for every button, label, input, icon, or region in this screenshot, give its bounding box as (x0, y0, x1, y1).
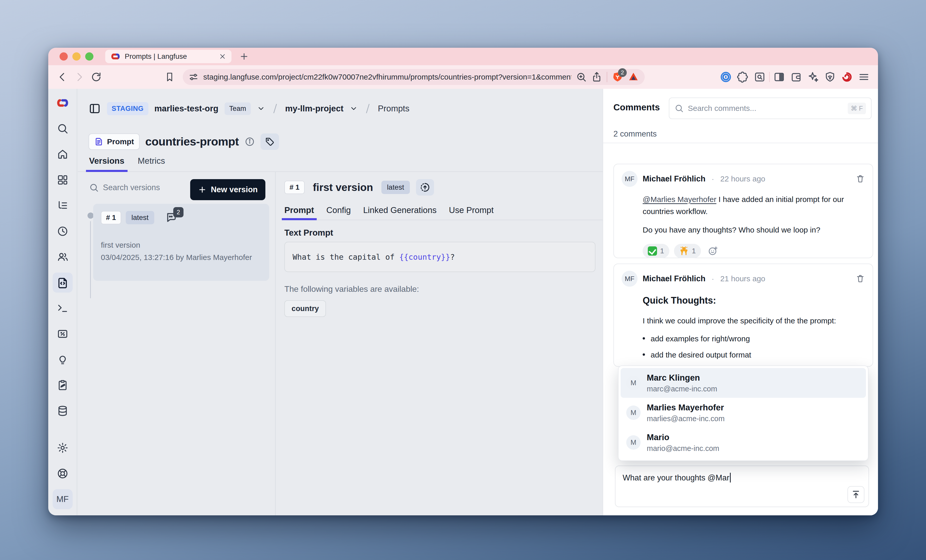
bookmark-icon[interactable] (162, 70, 177, 85)
extension-swirl-icon[interactable] (840, 70, 854, 85)
promote-version-button[interactable] (416, 179, 434, 195)
new-tab-button[interactable] (239, 51, 249, 61)
comments-count: 2 comments (613, 129, 657, 139)
search-comments-input[interactable] (688, 104, 844, 113)
browser-toolbar: staging.langfuse.com/project/cm22fk0w700… (48, 65, 878, 89)
mention-option[interactable]: M Mario mario@acme-inc.com (620, 428, 866, 457)
close-window-button[interactable] (59, 52, 68, 61)
delete-comment-icon[interactable] (856, 174, 865, 183)
tab-versions[interactable]: Versions (89, 156, 124, 171)
comments-bubble-icon[interactable]: 2 (165, 211, 178, 224)
site-settings-icon[interactable] (188, 72, 199, 82)
sidebar-item-support[interactable] (53, 463, 73, 484)
new-version-button[interactable]: New version (190, 179, 265, 200)
sidebar-item-search[interactable] (53, 118, 73, 139)
mention-link[interactable]: @Marlies Mayerhofer (643, 195, 716, 204)
dot-separator: · (712, 174, 714, 183)
back-button[interactable] (55, 70, 70, 85)
vpn-shield-icon[interactable] (823, 70, 837, 85)
reaction-raising-hands[interactable]: 1 (674, 244, 701, 258)
sidebar-item-prompts[interactable] (53, 272, 73, 292)
wallet-icon[interactable] (789, 70, 803, 85)
comment-input[interactable]: What are your thoughts @Mar (615, 466, 869, 507)
sidebar-item-annotation[interactable] (53, 375, 73, 395)
sidebar-item-scores[interactable] (53, 324, 73, 344)
version-list-item[interactable]: # 1 latest 2 first version 03/04/2025, 1… (93, 204, 269, 281)
search-comments-field[interactable]: ⌘ F (669, 97, 872, 119)
share-icon[interactable] (591, 72, 602, 82)
info-icon[interactable] (245, 136, 255, 147)
breadcrumb-project[interactable]: my-llm-project (285, 104, 343, 114)
tab-metrics[interactable]: Metrics (138, 156, 165, 171)
sidebar-item-evals[interactable] (53, 350, 73, 369)
version-detail-header: # 1 first version latest (284, 179, 434, 195)
white-check-mark-icon (648, 247, 657, 256)
panel-toggle-icon[interactable] (89, 102, 101, 115)
search-shortcut-kbd: ⌘ F (848, 103, 866, 114)
mention-option[interactable]: M Marlies Mayerhofer marlies@acme-inc.co… (620, 398, 866, 428)
macos-traffic-lights (59, 52, 94, 61)
comment-text: Do you have any thoughts? Who should we … (643, 224, 861, 236)
version-number-badge: # 1 (284, 181, 305, 194)
search-icon (675, 104, 684, 113)
comment-card: MF Michael Fröhlich · 21 hours ago Quick… (613, 263, 873, 367)
extensions-icon[interactable] (735, 70, 750, 85)
chevron-down-icon[interactable] (350, 104, 358, 113)
tab-use-prompt[interactable]: Use Prompt (449, 205, 493, 220)
sidebar-item-users[interactable] (53, 247, 73, 267)
sidebar-item-dashboards[interactable] (53, 170, 73, 190)
brave-shield-icon[interactable]: 2 (612, 71, 623, 83)
delete-comment-icon[interactable] (856, 274, 865, 283)
comment-draft-text[interactable]: What are your thoughts @Mar (623, 473, 729, 482)
mention-option[interactable]: M Marc Klingen marc@acme-inc.com (620, 368, 866, 398)
zoom-window-button[interactable] (85, 52, 94, 61)
mention-email: marlies@acme-inc.com (647, 415, 725, 423)
reload-button[interactable] (89, 70, 104, 85)
mention-name: Marlies Mayerhofer (647, 403, 725, 412)
sidebar-item-sessions[interactable] (53, 221, 73, 241)
ai-sparkle-icon[interactable] (806, 70, 820, 85)
tab-linked-generations[interactable]: Linked Generations (363, 205, 437, 220)
prompt-type-label: Prompt (107, 137, 134, 146)
chevron-down-icon[interactable] (257, 104, 265, 113)
brave-rewards-icon[interactable] (628, 71, 639, 83)
comment-text: I think we could improve the specificity… (643, 315, 861, 327)
tab-prompt[interactable]: Prompt (284, 205, 314, 220)
sidebar-item-tracing[interactable] (53, 195, 73, 216)
sidebar-item-settings[interactable] (53, 438, 73, 458)
minimize-window-button[interactable] (73, 52, 80, 61)
breadcrumb-org[interactable]: marlies-test-org (154, 104, 218, 114)
tag-button[interactable] (260, 133, 279, 150)
mention-name: Mario (647, 433, 719, 442)
sidebar-item-home[interactable] (53, 144, 73, 164)
add-reaction-icon[interactable] (708, 245, 719, 256)
timeline-dot (88, 212, 94, 219)
url-text[interactable]: staging.langfuse.com/project/cm22fk0w700… (203, 73, 571, 81)
user-avatar[interactable]: MF (53, 489, 73, 509)
sidebar-item-datasets[interactable] (53, 401, 73, 421)
menu-icon[interactable] (856, 70, 872, 85)
comment-author: Michael Fröhlich (643, 174, 705, 183)
main-content: STAGING marlies-test-org Team my-llm-pro… (78, 89, 651, 515)
breadcrumb-section[interactable]: Prompts (378, 104, 409, 114)
prompt-text-box: What is the capital of {{country}}? (284, 242, 595, 272)
forward-button[interactable] (72, 70, 87, 85)
search-versions-input[interactable] (103, 183, 167, 192)
close-tab-icon[interactable] (219, 53, 226, 60)
latest-badge: latest (381, 181, 410, 194)
password-manager-icon[interactable] (719, 70, 733, 85)
reaction-check[interactable]: 1 (643, 244, 669, 258)
search-tabs-icon[interactable] (752, 70, 767, 85)
search-icon (89, 183, 99, 192)
sidebar-item-playground[interactable] (53, 298, 73, 318)
mention-dropdown: M Marc Klingen marc@acme-inc.com M Marli… (618, 365, 869, 461)
search-versions-field[interactable] (89, 183, 167, 192)
sidebar-toggle-icon[interactable] (772, 70, 787, 85)
submit-comment-button[interactable] (847, 486, 864, 503)
tab-config[interactable]: Config (327, 205, 351, 220)
browser-tab[interactable]: Prompts | Langfuse (105, 50, 232, 63)
org-role-badge: Team (225, 102, 251, 115)
zoom-page-icon[interactable] (576, 72, 587, 82)
new-version-label: New version (211, 185, 258, 194)
address-bar[interactable]: staging.langfuse.com/project/cm22fk0w700… (183, 69, 645, 85)
